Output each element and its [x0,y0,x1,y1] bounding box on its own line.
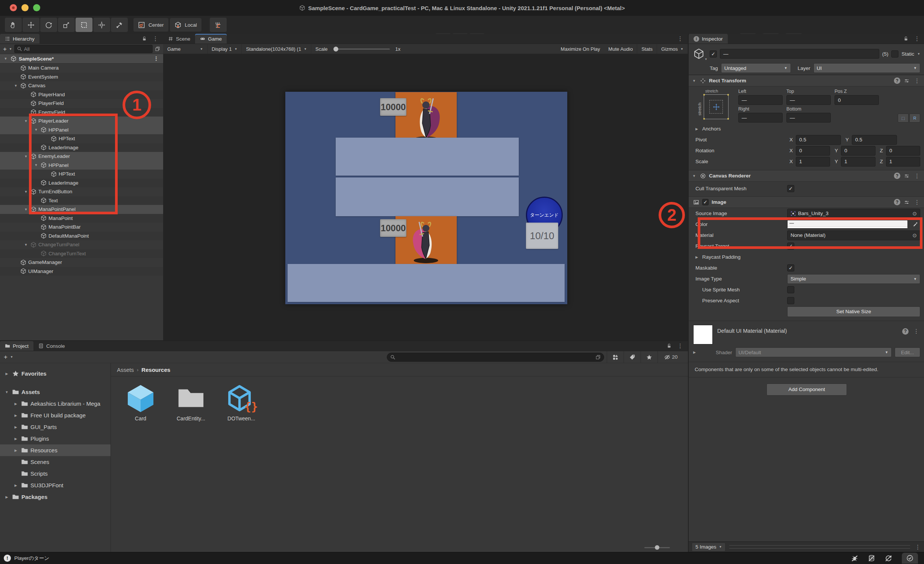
hand-tool-button[interactable] [5,18,22,32]
kebab-menu-icon[interactable]: ⋮ [676,343,684,349]
use-sprite-mesh-checkbox[interactable] [787,286,794,293]
lock-icon[interactable] [666,343,672,349]
help-icon[interactable]: ? [894,77,900,84]
help-icon[interactable]: ? [894,199,900,205]
scale-y-field[interactable]: 1 [841,157,875,167]
anchors-row[interactable]: ▶ Anchors [689,123,924,134]
kebab-menu-icon[interactable]: ⋮ [913,173,921,179]
shader-edit-button[interactable]: Edit... [895,347,920,357]
static-checkbox[interactable] [891,50,898,58]
canvas-renderer-header[interactable]: ▼ Canvas Renderer ? ⋮ [689,170,924,182]
hierarchy-item-HPText[interactable]: HPText [0,170,163,179]
expand-arrow[interactable]: ▼ [23,208,29,211]
hierarchy-item-HPPanel[interactable]: ▼HPPanel [0,126,163,135]
hierarchy-item-EventSystem[interactable]: EventSystem [0,73,163,82]
expand-arrow[interactable]: ▼ [4,390,10,394]
presets-icon[interactable] [904,78,909,83]
image-enabled-checkbox[interactable]: ✓ [702,199,709,205]
shader-dropdown[interactable]: UI/Default▼ [735,347,892,357]
kebab-menu-icon[interactable]: ⋮ [676,35,684,42]
zoom-button[interactable] [33,4,40,11]
pivot-y-field[interactable]: 0.5 [852,135,897,145]
hierarchy-item-HPPanel[interactable]: ▼HPPanel [0,161,163,170]
expand-arrow[interactable]: ▶ [4,495,10,499]
hierarchy-item-Canvas[interactable]: ▼Canvas [0,81,163,90]
asset-zoom-knob[interactable] [655,545,659,550]
asset-count-dropdown[interactable]: 5 Images ▼ [692,543,726,552]
anchor-preset-icon[interactable] [704,94,729,119]
layer-dropdown[interactable]: UI▼ [813,63,920,73]
display-dropdown[interactable]: Display 1▼ [208,44,242,54]
kebab-menu-icon[interactable]: ⋮ [912,328,920,335]
expand-arrow[interactable]: ▼ [23,119,29,123]
object-picker-icon[interactable]: ⊙ [912,232,917,238]
tab-project[interactable]: Project [0,341,33,351]
expand-arrow[interactable]: ▼ [23,190,29,194]
hierarchy-item-ChangeTurnText[interactable]: ChangeTurnText [0,249,163,258]
create-button[interactable]: + [3,46,7,52]
expand-arrow[interactable]: ▶ [13,449,19,452]
scene-header-row[interactable]: ▼ SampleScene* ⋮ [0,54,163,64]
top-field[interactable]: — [786,95,831,105]
expand-arrow[interactable]: ▼ [3,57,8,61]
hierarchy-item-Text[interactable]: Text [0,196,163,205]
scale-z-field[interactable]: 1 [886,157,920,167]
hidden-packages-button[interactable]: 20 [657,351,684,363]
rotate-tool-button[interactable] [40,18,57,32]
foldout-arrow[interactable]: ▶ [695,127,700,131]
name-field[interactable]: — [720,49,879,59]
open-window-icon[interactable] [595,355,601,360]
project-folder-GUI_Parts[interactable]: ▶GUI_Parts [0,421,111,433]
open-window-icon[interactable] [155,46,160,52]
help-icon[interactable]: ? [894,173,900,179]
asset-Card[interactable]: Card [120,383,161,421]
project-folder-Assets[interactable]: ▼Assets [0,386,111,398]
hierarchy-item-PlayerField[interactable]: PlayerField [0,99,163,108]
color-field[interactable] [787,220,908,229]
expand-arrow[interactable]: ▼ [13,84,18,88]
grid-snap-button[interactable] [210,18,227,32]
hierarchy-item-LeaderImage[interactable]: LeaderImage [0,179,163,188]
eyedropper-icon[interactable] [910,220,920,229]
active-checkbox[interactable]: ✓ [710,50,717,58]
set-native-size-button[interactable]: Set Native Size [787,306,920,317]
project-folder-Free UI build package[interactable]: ▶Free UI build package [0,409,111,421]
presets-icon[interactable] [904,173,909,179]
project-folder-Packages[interactable]: ▶Packages [0,491,111,503]
game-view-dropdown[interactable]: Game▼ [163,44,208,54]
bottom-field[interactable]: — [786,113,831,123]
expand-arrow[interactable]: ▶ [13,402,19,406]
tag-dropdown[interactable]: Untagged▼ [721,63,791,73]
pivot-x-field[interactable]: 0.5 [796,135,841,145]
asset-zoom-slider[interactable] [644,547,670,548]
scale-x-field[interactable]: 1 [796,157,830,167]
chevron-down-icon[interactable]: ▼ [10,355,13,359]
expand-arrow[interactable]: ▶ [13,437,19,441]
expand-arrow[interactable]: ▼ [23,155,29,158]
raycast-padding-row[interactable]: ▶ Raycast Padding [689,252,924,262]
material-field[interactable]: None (Material) ⊙ [787,230,920,240]
hierarchy-item-ManaPoint[interactable]: ManaPoint [0,214,163,223]
gizmos-dropdown[interactable]: Gizmos▼ [657,44,688,54]
foldout-arrow[interactable]: ▼ [692,79,697,83]
asset-CardEntity[interactable]: CardEntity... [170,383,212,421]
rotation-y-field[interactable]: 0 [841,146,875,156]
hierarchy-search-input[interactable]: All [14,45,153,53]
resolution-dropdown[interactable]: Standalone(1024x768) (1▼ [242,44,311,54]
image-component-header[interactable]: ✓ Image ? ⋮ [689,196,924,208]
tab-game[interactable]: Game [195,34,227,44]
hierarchy-item-ManaPointPanel[interactable]: ▼ManaPointPanel [0,205,163,214]
chevron-down-icon[interactable]: ▼ [704,58,707,61]
foldout-arrow[interactable]: ▶ [693,350,698,354]
hierarchy-item-UIManager[interactable]: UIManager [0,267,163,276]
left-field[interactable]: — [738,95,783,105]
right-field[interactable]: — [738,113,783,123]
hierarchy-item-HPText[interactable]: HPText [0,134,163,143]
expand-arrow[interactable]: ▼ [23,243,29,247]
progress-status-button[interactable] [902,553,918,564]
rotation-z-field[interactable]: 0 [886,146,920,156]
preview-resize-handle[interactable] [729,545,910,549]
minimize-button[interactable] [21,4,29,11]
breadcrumb-resources[interactable]: Resources [141,367,170,373]
hierarchy-item-PlayerHand[interactable]: PlayerHand [0,90,163,99]
